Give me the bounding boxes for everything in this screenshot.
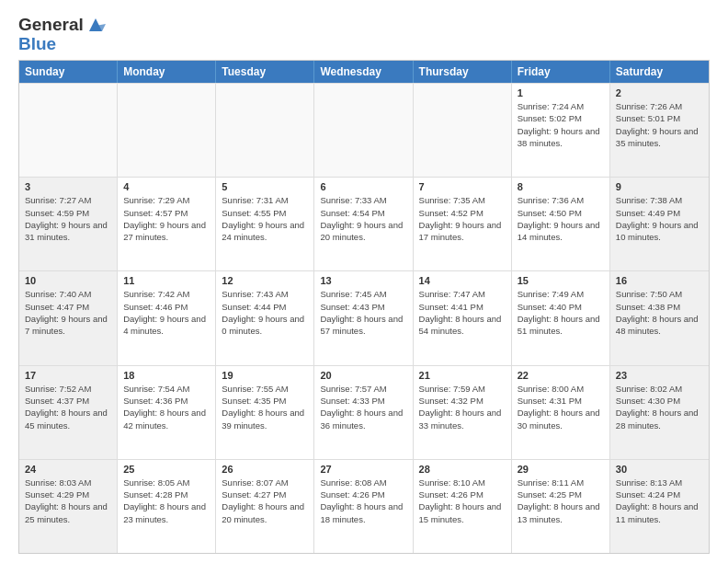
day-number: 19 (222, 370, 308, 381)
day-number: 10 (25, 275, 111, 286)
day-info: Sunrise: 8:05 AM Sunset: 4:28 PM Dayligh… (123, 477, 210, 525)
day-number: 12 (222, 275, 308, 286)
day-info: Sunrise: 7:59 AM Sunset: 4:32 PM Dayligh… (419, 383, 506, 431)
weekday-header-friday: Friday (512, 61, 610, 83)
day-cell-4: 4Sunrise: 7:29 AM Sunset: 4:57 PM Daylig… (118, 178, 216, 270)
day-cell-15: 15Sunrise: 7:49 AM Sunset: 4:40 PM Dayli… (512, 271, 610, 364)
day-number: 18 (123, 370, 210, 381)
day-cell-12: 12Sunrise: 7:43 AM Sunset: 4:44 PM Dayli… (216, 271, 314, 364)
day-number: 9 (616, 181, 703, 192)
calendar-row-1: 3Sunrise: 7:27 AM Sunset: 4:59 PM Daylig… (19, 177, 709, 270)
calendar-row-2: 10Sunrise: 7:40 AM Sunset: 4:47 PM Dayli… (19, 270, 709, 364)
weekday-header-wednesday: Wednesday (314, 61, 413, 83)
day-number: 11 (123, 275, 210, 286)
day-cell-22: 22Sunrise: 8:00 AM Sunset: 4:31 PM Dayli… (512, 366, 610, 459)
day-info: Sunrise: 8:10 AM Sunset: 4:26 PM Dayligh… (419, 477, 506, 525)
day-cell-17: 17Sunrise: 7:52 AM Sunset: 4:37 PM Dayli… (19, 366, 118, 459)
weekday-header-monday: Monday (118, 61, 216, 83)
day-info: Sunrise: 8:00 AM Sunset: 4:31 PM Dayligh… (518, 383, 604, 431)
day-number: 15 (518, 275, 604, 286)
day-info: Sunrise: 7:47 AM Sunset: 4:41 PM Dayligh… (419, 288, 506, 337)
day-number: 23 (616, 370, 703, 381)
day-number: 22 (518, 370, 604, 381)
day-cell-19: 19Sunrise: 7:55 AM Sunset: 4:35 PM Dayli… (216, 366, 314, 459)
day-info: Sunrise: 7:40 AM Sunset: 4:47 PM Dayligh… (25, 288, 111, 337)
weekday-header-saturday: Saturday (610, 61, 709, 83)
day-info: Sunrise: 7:29 AM Sunset: 4:57 PM Dayligh… (123, 194, 210, 243)
day-number: 3 (25, 181, 111, 192)
day-info: Sunrise: 7:36 AM Sunset: 4:50 PM Dayligh… (518, 194, 604, 243)
day-cell-11: 11Sunrise: 7:42 AM Sunset: 4:46 PM Dayli… (118, 271, 216, 364)
day-info: Sunrise: 8:08 AM Sunset: 4:26 PM Dayligh… (320, 477, 406, 525)
day-cell-29: 29Sunrise: 8:11 AM Sunset: 4:25 PM Dayli… (512, 460, 610, 553)
day-cell-27: 27Sunrise: 8:08 AM Sunset: 4:26 PM Dayli… (314, 460, 413, 553)
day-number: 5 (222, 181, 308, 192)
day-number: 30 (616, 464, 703, 475)
day-info: Sunrise: 8:11 AM Sunset: 4:25 PM Dayligh… (518, 477, 604, 525)
logo-general: General (18, 15, 84, 35)
calendar: SundayMondayTuesdayWednesdayThursdayFrid… (18, 60, 710, 554)
day-info: Sunrise: 7:35 AM Sunset: 4:52 PM Dayligh… (419, 194, 506, 243)
day-number: 24 (25, 464, 111, 475)
logo-blue: Blue (18, 35, 106, 52)
day-info: Sunrise: 8:03 AM Sunset: 4:29 PM Dayligh… (25, 477, 111, 525)
day-cell-13: 13Sunrise: 7:45 AM Sunset: 4:43 PM Dayli… (314, 271, 413, 364)
empty-cell (314, 84, 413, 177)
day-number: 6 (320, 181, 406, 192)
day-cell-28: 28Sunrise: 8:10 AM Sunset: 4:26 PM Dayli… (414, 460, 512, 553)
weekday-header-tuesday: Tuesday (216, 61, 314, 83)
day-cell-24: 24Sunrise: 8:03 AM Sunset: 4:29 PM Dayli… (19, 460, 118, 553)
weekday-header-sunday: Sunday (19, 61, 118, 83)
header: General Blue (18, 15, 710, 52)
day-number: 21 (419, 370, 506, 381)
day-number: 2 (616, 87, 703, 98)
day-info: Sunrise: 8:02 AM Sunset: 4:30 PM Dayligh… (616, 383, 703, 431)
day-number: 16 (616, 275, 703, 286)
day-info: Sunrise: 7:57 AM Sunset: 4:33 PM Dayligh… (320, 383, 406, 431)
day-cell-5: 5Sunrise: 7:31 AM Sunset: 4:55 PM Daylig… (216, 178, 314, 270)
day-cell-20: 20Sunrise: 7:57 AM Sunset: 4:33 PM Dayli… (314, 366, 413, 459)
day-cell-26: 26Sunrise: 8:07 AM Sunset: 4:27 PM Dayli… (216, 460, 314, 553)
calendar-body: 1Sunrise: 7:24 AM Sunset: 5:02 PM Daylig… (19, 83, 709, 553)
day-cell-8: 8Sunrise: 7:36 AM Sunset: 4:50 PM Daylig… (512, 178, 610, 270)
weekday-header-thursday: Thursday (414, 61, 512, 83)
day-number: 25 (123, 464, 210, 475)
empty-cell (118, 84, 216, 177)
day-cell-7: 7Sunrise: 7:35 AM Sunset: 4:52 PM Daylig… (414, 178, 512, 270)
day-cell-21: 21Sunrise: 7:59 AM Sunset: 4:32 PM Dayli… (414, 366, 512, 459)
day-number: 14 (419, 275, 506, 286)
day-number: 17 (25, 370, 111, 381)
calendar-row-3: 17Sunrise: 7:52 AM Sunset: 4:37 PM Dayli… (19, 365, 709, 459)
day-info: Sunrise: 7:33 AM Sunset: 4:54 PM Dayligh… (320, 194, 406, 243)
day-number: 4 (123, 181, 210, 192)
day-info: Sunrise: 7:24 AM Sunset: 5:02 PM Dayligh… (518, 100, 604, 149)
day-number: 13 (320, 275, 406, 286)
empty-cell (414, 84, 512, 177)
day-cell-18: 18Sunrise: 7:54 AM Sunset: 4:36 PM Dayli… (118, 366, 216, 459)
day-cell-1: 1Sunrise: 7:24 AM Sunset: 5:02 PM Daylig… (512, 84, 610, 177)
day-info: Sunrise: 7:27 AM Sunset: 4:59 PM Dayligh… (25, 194, 111, 243)
day-cell-23: 23Sunrise: 8:02 AM Sunset: 4:30 PM Dayli… (610, 366, 709, 459)
day-info: Sunrise: 7:50 AM Sunset: 4:38 PM Dayligh… (616, 288, 703, 337)
logo-icon (85, 15, 106, 35)
day-info: Sunrise: 7:45 AM Sunset: 4:43 PM Dayligh… (320, 288, 406, 337)
day-info: Sunrise: 7:42 AM Sunset: 4:46 PM Dayligh… (123, 288, 210, 337)
day-cell-14: 14Sunrise: 7:47 AM Sunset: 4:41 PM Dayli… (414, 271, 512, 364)
day-info: Sunrise: 8:13 AM Sunset: 4:24 PM Dayligh… (616, 477, 703, 525)
day-info: Sunrise: 7:31 AM Sunset: 4:55 PM Dayligh… (222, 194, 308, 243)
day-number: 20 (320, 370, 406, 381)
day-cell-9: 9Sunrise: 7:38 AM Sunset: 4:49 PM Daylig… (610, 178, 709, 270)
day-cell-6: 6Sunrise: 7:33 AM Sunset: 4:54 PM Daylig… (314, 178, 413, 270)
day-info: Sunrise: 7:54 AM Sunset: 4:36 PM Dayligh… (123, 383, 210, 431)
empty-cell (216, 84, 314, 177)
day-info: Sunrise: 7:52 AM Sunset: 4:37 PM Dayligh… (25, 383, 111, 431)
page: General Blue SundayMondayTuesdayWednesda… (0, 0, 728, 563)
calendar-row-0: 1Sunrise: 7:24 AM Sunset: 5:02 PM Daylig… (19, 83, 709, 177)
day-cell-16: 16Sunrise: 7:50 AM Sunset: 4:38 PM Dayli… (610, 271, 709, 364)
day-number: 8 (518, 181, 604, 192)
day-number: 29 (518, 464, 604, 475)
empty-cell (19, 84, 118, 177)
day-number: 1 (518, 87, 604, 98)
day-info: Sunrise: 7:43 AM Sunset: 4:44 PM Dayligh… (222, 288, 308, 337)
day-cell-10: 10Sunrise: 7:40 AM Sunset: 4:47 PM Dayli… (19, 271, 118, 364)
